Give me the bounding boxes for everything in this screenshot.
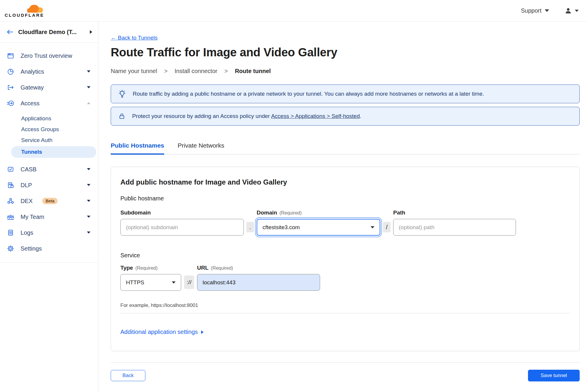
footer-actions: Back Save tunnel bbox=[111, 370, 580, 381]
required-hint: (Required) bbox=[280, 210, 302, 215]
dex-icon bbox=[6, 197, 14, 205]
chevron-down-icon bbox=[87, 200, 90, 202]
sidebar-item-label: My Team bbox=[21, 214, 44, 220]
domain-select[interactable]: cftestsite3.com bbox=[257, 219, 380, 236]
chevron-down-icon bbox=[575, 10, 579, 12]
sidebar-item-label: Settings bbox=[21, 245, 42, 252]
sidebar-item-dlp[interactable]: DLP bbox=[0, 177, 98, 193]
cloudflare-logo: CLOUDFLARE bbox=[5, 4, 52, 18]
sidebar-item-label: Access Groups bbox=[21, 126, 59, 133]
slash-separator: / bbox=[383, 222, 391, 232]
back-arrow-icon bbox=[6, 29, 13, 35]
banner-text: Protect your resource by adding an Acces… bbox=[132, 113, 361, 119]
sidebar-item-access-groups[interactable]: Access Groups bbox=[0, 124, 98, 135]
step-separator: > bbox=[164, 68, 168, 75]
sidebar-item-settings[interactable]: Settings bbox=[0, 241, 98, 256]
sidebar-item-applications[interactable]: Applications bbox=[0, 113, 98, 124]
chevron-down-icon bbox=[172, 281, 176, 284]
sidebar-item-my-team[interactable]: My Team bbox=[0, 209, 98, 225]
sidebar-item-logs[interactable]: Logs bbox=[0, 225, 98, 241]
support-menu[interactable]: Support bbox=[521, 7, 549, 14]
chevron-down-icon bbox=[87, 184, 90, 186]
scheme-separator: :// bbox=[184, 276, 194, 289]
sidebar: Cloudflare Demo (T... Zero Trust overvie… bbox=[0, 22, 98, 392]
sidebar-nav: Zero Trust overview Analytics Gateway bbox=[0, 43, 98, 263]
sidebar-item-dex[interactable]: DEX Beta bbox=[0, 193, 98, 209]
chevron-up-icon bbox=[87, 102, 90, 104]
sidebar-item-label: Logs bbox=[21, 229, 33, 236]
sidebar-item-casb[interactable]: CASB bbox=[0, 161, 98, 177]
beta-badge: Beta bbox=[42, 198, 58, 204]
top-header: CLOUDFLARE Support bbox=[0, 0, 587, 22]
sidebar-item-label: Applications bbox=[21, 115, 51, 122]
user-menu[interactable] bbox=[564, 7, 579, 15]
sidebar-item-zero-trust-overview[interactable]: Zero Trust overview bbox=[0, 48, 98, 64]
step-name-your-tunnel[interactable]: Name your tunnel bbox=[111, 68, 157, 75]
subdomain-label: Subdomain bbox=[120, 209, 244, 216]
tab-public-hostnames[interactable]: Public Hostnames bbox=[111, 142, 164, 155]
dlp-icon bbox=[6, 181, 14, 189]
page-title: Route Traffic for Image and Video Galler… bbox=[111, 46, 580, 59]
casb-icon bbox=[6, 165, 14, 173]
additional-application-settings-link[interactable]: Additional application settings bbox=[120, 329, 203, 335]
sidebar-item-tunnels[interactable]: Tunnels bbox=[11, 146, 96, 158]
chevron-down-icon bbox=[87, 232, 90, 234]
type-label: Type(Required) bbox=[120, 265, 181, 271]
sidebar-item-label: DLP bbox=[21, 182, 32, 189]
chevron-down-icon bbox=[371, 226, 374, 229]
save-tunnel-button[interactable]: Save tunnel bbox=[528, 370, 580, 381]
banner-text: Route traffic by adding a public hostnam… bbox=[133, 91, 484, 97]
sidebar-item-service-auth[interactable]: Service Auth bbox=[0, 135, 98, 146]
tab-bar: Public Hostnames Private Networks bbox=[111, 142, 580, 154]
breadcrumb-steps: Name your tunnel > Install connector > R… bbox=[111, 68, 580, 75]
chevron-down-icon bbox=[87, 168, 90, 170]
footer-divider bbox=[111, 362, 580, 363]
step-route-tunnel: Route tunnel bbox=[235, 68, 271, 75]
account-switcher[interactable]: Cloudflare Demo (T... bbox=[0, 22, 98, 43]
info-banner-access-policy: Protect your resource by adding an Acces… bbox=[111, 107, 580, 126]
team-icon bbox=[6, 213, 14, 221]
cloudflare-cloud-icon bbox=[26, 4, 46, 13]
tab-private-networks[interactable]: Private Networks bbox=[178, 142, 224, 154]
back-to-tunnels-link[interactable]: ← Back to Tunnels bbox=[111, 35, 157, 41]
main-content: ← Back to Tunnels Route Traffic for Imag… bbox=[99, 22, 587, 392]
service-label: Service bbox=[120, 252, 570, 259]
required-hint: (Required) bbox=[135, 266, 158, 271]
path-input[interactable] bbox=[393, 219, 516, 236]
sidebar-item-label: CASB bbox=[21, 166, 36, 173]
subdomain-input[interactable] bbox=[120, 219, 244, 236]
sidebar-divider bbox=[0, 262, 98, 263]
public-hostname-label: Public hostname bbox=[120, 195, 570, 202]
step-separator: > bbox=[224, 68, 228, 75]
sidebar-item-access[interactable]: Access bbox=[0, 95, 98, 111]
access-applications-self-hosted-link[interactable]: Access > Applications > Self-hosted bbox=[271, 113, 360, 119]
domain-select-value: cftestsite3.com bbox=[263, 224, 300, 231]
step-install-connector[interactable]: Install connector bbox=[175, 68, 218, 75]
url-input[interactable] bbox=[197, 274, 320, 291]
card-heading: Add public hostname for Image and Video … bbox=[120, 178, 570, 186]
chevron-down-icon bbox=[87, 216, 90, 218]
sidebar-item-label: Analytics bbox=[21, 68, 44, 75]
sidebar-item-label: Zero Trust overview bbox=[21, 53, 72, 59]
sidebar-item-label: Gateway bbox=[21, 84, 44, 91]
sidebar-item-label: Service Auth bbox=[21, 137, 53, 143]
support-label: Support bbox=[521, 7, 541, 14]
dot-separator: . bbox=[246, 222, 254, 232]
path-label: Path bbox=[393, 209, 516, 216]
lightbulb-icon bbox=[118, 89, 126, 98]
chevron-right-icon bbox=[90, 30, 92, 34]
card-divider bbox=[120, 313, 570, 313]
public-hostname-card: Add public hostname for Image and Video … bbox=[111, 167, 580, 351]
sidebar-item-analytics[interactable]: Analytics bbox=[0, 64, 98, 80]
gateway-icon bbox=[6, 84, 14, 91]
service-type-select[interactable]: HTTPS bbox=[120, 274, 181, 291]
sidebar-item-label: DEX bbox=[21, 198, 33, 205]
domain-label: Domain(Required) bbox=[257, 209, 380, 216]
analytics-icon bbox=[6, 68, 14, 75]
back-button[interactable]: Back bbox=[111, 370, 145, 381]
required-hint: (Required) bbox=[211, 266, 233, 271]
sidebar-item-gateway[interactable]: Gateway bbox=[0, 80, 98, 95]
logs-icon bbox=[6, 229, 14, 236]
service-type-value: HTTPS bbox=[126, 279, 144, 286]
url-label: URL(Required) bbox=[197, 265, 320, 271]
